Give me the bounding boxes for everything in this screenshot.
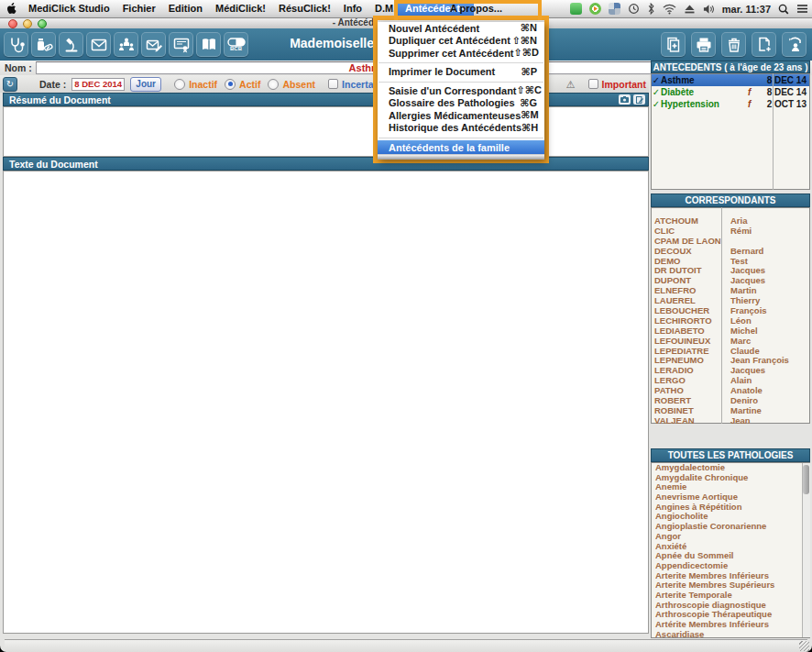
important-checkbox[interactable]: Important	[588, 79, 646, 90]
radio-circle[interactable]	[174, 79, 185, 90]
correspondant-row[interactable]: VALJEAN Jean	[652, 415, 809, 425]
medications-icon[interactable]	[31, 32, 56, 57]
menubar-app-name[interactable]: MediClick Studio	[22, 0, 116, 17]
jour-button[interactable]: Jour	[130, 77, 161, 92]
correspondant-row[interactable]: DR DUTOIT Jacques	[652, 265, 809, 275]
minimize-window-button[interactable]	[23, 19, 32, 28]
correspondant-row[interactable]: CLIC Rémi	[652, 226, 809, 236]
antecedent-row[interactable]: ✓ Hypertension f 2 OCT 13	[652, 98, 809, 110]
correspondant-row[interactable]: DEMO Test	[652, 256, 809, 266]
resize-handle[interactable]	[799, 641, 809, 651]
menubar-item[interactable]: RésuClick!	[272, 0, 337, 17]
menu-item[interactable]: Saisie d'un Correspondant ⇧⌘C	[378, 84, 544, 97]
name-field[interactable]: Asthme	[36, 61, 653, 74]
pathology-item[interactable]: Angor	[652, 532, 809, 542]
volume-icon[interactable]	[703, 4, 715, 15]
menu-item[interactable]	[378, 78, 544, 84]
app-play-icon[interactable]	[589, 3, 601, 15]
antecedent-date: 8 DEC 14	[759, 75, 809, 85]
menu-item[interactable]: Imprimer le Document ⌘P	[378, 66, 544, 79]
checkbox-square[interactable]	[588, 79, 598, 89]
correspondant-row[interactable]: LEPNEUMO Jean François	[652, 355, 809, 365]
add-document-icon[interactable]	[752, 32, 776, 57]
pathology-item[interactable]: Appendicectomie	[652, 561, 809, 571]
antecedent-row[interactable]: ✓ Diabète f 8 DEC 14	[652, 86, 809, 98]
correspondant-row[interactable]: CPAM DE LAON	[652, 236, 809, 246]
notification-list-icon[interactable]	[796, 4, 808, 14]
status-radio[interactable]: Absent	[268, 79, 315, 90]
wifi-icon[interactable]	[663, 4, 676, 15]
name-label: Nom :	[5, 62, 32, 73]
menu-item[interactable]	[378, 134, 544, 140]
antecedent-row[interactable]: ✓ Asthme 8 DEC 14	[652, 74, 809, 86]
menubar-clock[interactable]: mar. 11:37	[722, 4, 771, 15]
pathologies-scrollbar-thumb[interactable]	[803, 465, 809, 494]
edit-document-icon[interactable]	[633, 94, 645, 105]
correspondant-row[interactable]: DECOUX Bernard	[652, 246, 809, 256]
menubar-item[interactable]: Info	[337, 0, 368, 17]
new-document-icon[interactable]	[661, 32, 686, 57]
time-machine-icon[interactable]	[628, 3, 640, 15]
correspondant-row[interactable]: LEDIABETO Michel	[652, 326, 809, 336]
close-window-button[interactable]	[8, 19, 17, 28]
app-green-icon[interactable]	[570, 3, 582, 15]
import-patient-icon[interactable]	[782, 32, 807, 57]
resume-textarea[interactable]	[3, 106, 649, 157]
history-refresh-icon[interactable]: ↻	[3, 77, 17, 92]
status-radio[interactable]: Actif	[225, 79, 260, 90]
checkbox-square[interactable]	[328, 79, 338, 89]
menu-item[interactable]: Glossaire des Pathologies ⌘G	[378, 97, 544, 110]
spotlight-icon[interactable]	[778, 4, 789, 15]
print-icon[interactable]	[691, 32, 716, 57]
correspondant-row[interactable]: ATCHOUM Aria	[652, 215, 809, 226]
menu-item[interactable]	[378, 60, 544, 66]
menu-item[interactable]: Nouvel Antécédent ⌘N	[378, 22, 544, 35]
correspondant-row[interactable]: LEPEDIATRE Claude	[652, 346, 809, 356]
apple-menu[interactable]	[0, 3, 22, 15]
status-radio[interactable]: Inactif	[174, 79, 217, 90]
microscope-icon[interactable]	[59, 32, 83, 57]
correspondant-row[interactable]: LAUEREL Thierry	[652, 295, 809, 305]
trash-icon[interactable]	[721, 32, 746, 57]
texte-textarea[interactable]	[3, 171, 649, 634]
menubar-item[interactable]: MédiClick!	[209, 0, 272, 17]
menu-item[interactable]: Antécédents de la famille	[378, 140, 544, 154]
date-field[interactable]: 8 DEC 2014	[71, 78, 125, 91]
family-icon[interactable]	[114, 32, 138, 57]
radio-circle[interactable]	[225, 79, 236, 90]
correspondant-lastname: ROBINET	[652, 405, 725, 415]
menubar-item[interactable]: Fichier	[116, 0, 162, 17]
stethoscope-icon[interactable]	[4, 32, 28, 57]
menu-item[interactable]: Historique des Antécédents ⌘H	[378, 122, 544, 135]
correspondant-row[interactable]: ROBINET Martine	[652, 405, 809, 415]
correspondant-row[interactable]: DUPONT Jacques	[652, 275, 809, 285]
zoom-window-button[interactable]	[38, 19, 47, 28]
write-mail-icon[interactable]	[141, 32, 166, 57]
correspondant-row[interactable]: LECHIRORTO Léon	[652, 315, 809, 326]
correspondant-row[interactable]: ROBERT Deniro	[652, 395, 809, 405]
correspondant-row[interactable]: ELNEFRO Martin	[652, 285, 809, 295]
pathologies-list: Amygdalectomie Amygdalite Chronique Anem…	[651, 462, 810, 638]
correspondant-row[interactable]: LERGO Alain	[652, 375, 809, 385]
camera-icon[interactable]	[619, 94, 631, 105]
menu-item[interactable]: Dupliquer cet Antécédent ⇧⌘N	[378, 35, 544, 48]
book-icon[interactable]	[196, 32, 221, 57]
correspondant-row[interactable]: LEBOUCHER François	[652, 305, 809, 315]
resume-header: Résumé du Document	[3, 93, 649, 106]
menubar-item[interactable]: Edition	[162, 0, 209, 17]
menu-item-shortcut: ⇧⌘N	[512, 35, 537, 47]
correspondant-row[interactable]: LERADIO Jacques	[652, 365, 809, 375]
radio-circle[interactable]	[268, 79, 279, 90]
certificate-icon[interactable]	[169, 32, 193, 57]
correspondant-row[interactable]: LEFOUINEUX Marc	[652, 336, 809, 346]
app-grid-icon[interactable]	[609, 3, 620, 15]
bluetooth-icon[interactable]	[647, 3, 655, 15]
mail-icon[interactable]	[86, 32, 111, 57]
menu-item[interactable]: Supprimer cet Antécédent ⇧⌘D	[378, 47, 544, 60]
menu-item[interactable]: Allergies Médicamenteuses ⌘M	[378, 109, 544, 122]
correspondant-row[interactable]: PATHO Anatole	[652, 385, 809, 395]
date-label: Date :	[39, 79, 66, 90]
pathology-item[interactable]: Ascaridiase	[652, 630, 809, 638]
eject-icon[interactable]	[684, 4, 696, 15]
bcb-drug-database-icon[interactable]: BCB	[224, 32, 248, 57]
